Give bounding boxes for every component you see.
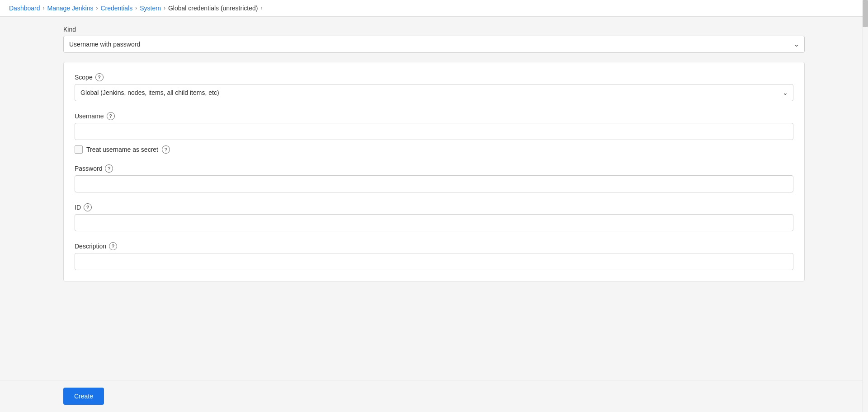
form-card: Scope ? Global (Jenkins, nodes, items, a… [63,62,805,281]
kind-label-text: Kind [63,26,76,33]
create-button[interactable]: Create [63,388,104,405]
description-help-icon[interactable]: ? [109,242,117,250]
username-help-icon[interactable]: ? [107,112,115,120]
password-help-icon[interactable]: ? [105,164,113,173]
id-label-text: ID [75,204,81,211]
treat-as-secret-checkbox[interactable] [75,145,83,154]
id-field: ID ? [75,203,793,231]
username-label-text: Username [75,112,104,120]
breadcrumb-manage-jenkins[interactable]: Manage Jenkins [47,5,94,12]
description-input[interactable] [75,253,793,270]
username-input[interactable] [75,123,793,140]
page-wrapper: Dashboard › Manage Jenkins › Credentials… [0,0,868,412]
breadcrumb: Dashboard › Manage Jenkins › Credentials… [0,0,868,17]
kind-field-group: Kind Username with password SSH Username… [63,26,805,53]
kind-label: Kind [63,26,805,33]
scope-help-icon[interactable]: ? [95,73,104,81]
description-label: Description ? [75,242,793,250]
treat-as-secret-help-icon[interactable]: ? [162,145,170,154]
breadcrumb-sep-5: › [260,5,262,11]
breadcrumb-system[interactable]: System [140,5,161,12]
username-field: Username ? Treat username as secret ? [75,112,793,154]
id-label: ID ? [75,203,793,211]
description-label-text: Description [75,243,106,250]
scrollbar-track [863,0,868,412]
id-input[interactable] [75,214,793,231]
password-input[interactable] [75,175,793,192]
password-label-text: Password [75,165,102,172]
breadcrumb-sep-4: › [164,5,165,11]
breadcrumb-dashboard[interactable]: Dashboard [9,5,40,12]
breadcrumb-sep-2: › [96,5,98,11]
breadcrumb-sep-3: › [135,5,137,11]
kind-select-wrapper: Username with password SSH Username with… [63,36,805,53]
scope-label-text: Scope [75,74,93,81]
password-label: Password ? [75,164,793,173]
scope-label: Scope ? [75,73,793,81]
password-field: Password ? [75,164,793,192]
treat-as-secret-row: Treat username as secret ? [75,145,793,154]
id-help-icon[interactable]: ? [84,203,92,211]
scope-select[interactable]: Global (Jenkins, nodes, items, all child… [75,84,793,101]
breadcrumb-credentials[interactable]: Credentials [100,5,132,12]
breadcrumb-global-credentials: Global credentials (unrestricted) [168,5,258,12]
username-label: Username ? [75,112,793,120]
breadcrumb-sep-1: › [43,5,45,11]
scope-field: Scope ? Global (Jenkins, nodes, items, a… [75,73,793,101]
description-field: Description ? [75,242,793,270]
treat-as-secret-label: Treat username as secret [86,146,158,153]
kind-select[interactable]: Username with password SSH Username with… [63,36,805,53]
scrollbar-thumb[interactable] [863,0,868,27]
scope-select-wrapper: Global (Jenkins, nodes, items, all child… [75,84,793,101]
footer-bar: Create [0,380,868,412]
main-content: Kind Username with password SSH Username… [0,17,868,380]
